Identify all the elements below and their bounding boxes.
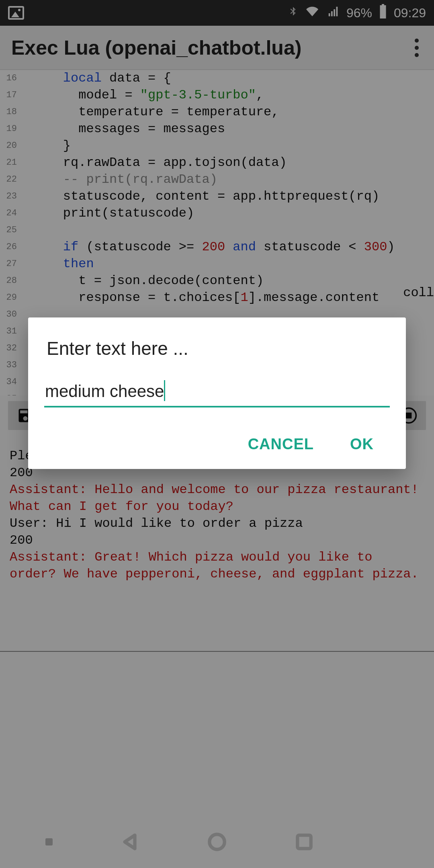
dialog-text-input[interactable] [44, 379, 390, 407]
text-input-dialog: Enter text here ... CANCEL OK [28, 317, 406, 469]
dialog-title: Enter text here ... [44, 338, 390, 359]
cancel-button[interactable]: CANCEL [244, 432, 318, 457]
ok-button[interactable]: OK [346, 432, 378, 457]
